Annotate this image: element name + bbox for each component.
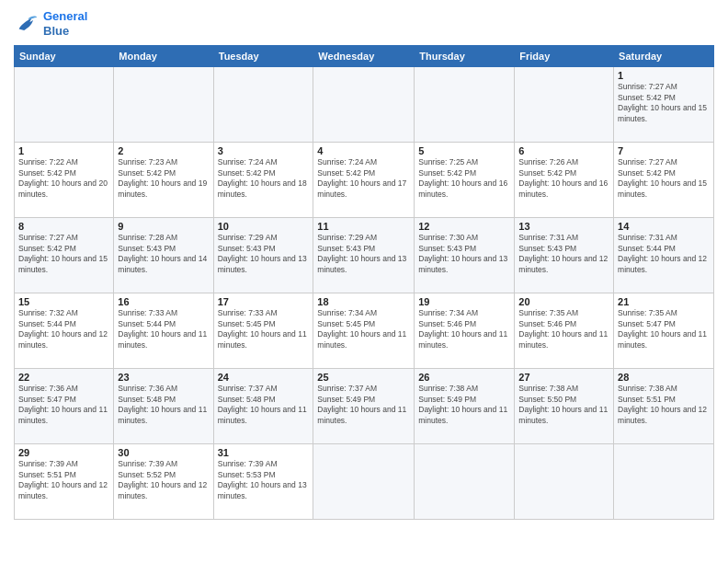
calendar-cell	[614, 444, 714, 520]
calendar-cell: 16 Sunrise: 7:33 AM Sunset: 5:44 PM Dayl…	[114, 293, 213, 369]
calendar-week-6: 29 Sunrise: 7:39 AM Sunset: 5:51 PM Dayl…	[15, 444, 714, 520]
day-info: Sunrise: 7:38 AM Sunset: 5:51 PM Dayligh…	[618, 384, 710, 426]
day-info: Sunrise: 7:28 AM Sunset: 5:43 PM Dayligh…	[118, 233, 209, 275]
day-info: Sunrise: 7:27 AM Sunset: 5:42 PM Dayligh…	[618, 82, 710, 124]
day-info: Sunrise: 7:27 AM Sunset: 5:42 PM Dayligh…	[18, 233, 109, 275]
day-info: Sunrise: 7:34 AM Sunset: 5:45 PM Dayligh…	[317, 308, 410, 350]
calendar-cell: 8 Sunrise: 7:27 AM Sunset: 5:42 PM Dayli…	[15, 218, 114, 293]
logo-text: General Blue	[43, 9, 87, 38]
calendar-cell: 15 Sunrise: 7:32 AM Sunset: 5:44 PM Dayl…	[15, 293, 114, 369]
day-number: 6	[518, 145, 609, 156]
calendar-cell	[15, 67, 114, 143]
calendar-cell: 29 Sunrise: 7:39 AM Sunset: 5:51 PM Dayl…	[15, 444, 114, 520]
day-info: Sunrise: 7:31 AM Sunset: 5:43 PM Dayligh…	[518, 233, 609, 275]
calendar-week-2: 1 Sunrise: 7:22 AM Sunset: 5:42 PM Dayli…	[15, 143, 714, 218]
day-info: Sunrise: 7:27 AM Sunset: 5:42 PM Dayligh…	[618, 157, 710, 200]
calendar-cell: 26 Sunrise: 7:38 AM Sunset: 5:49 PM Dayl…	[415, 369, 515, 444]
calendar-cell: 1 Sunrise: 7:27 AM Sunset: 5:42 PM Dayli…	[614, 67, 714, 143]
day-header-wednesday: Wednesday	[313, 46, 415, 67]
calendar-table: SundayMondayTuesdayWednesdayThursdayFrid…	[14, 45, 714, 520]
calendar-cell	[114, 67, 213, 143]
calendar-cell: 1 Sunrise: 7:22 AM Sunset: 5:42 PM Dayli…	[15, 143, 114, 218]
day-number: 26	[418, 372, 510, 383]
day-number: 11	[317, 221, 410, 232]
logo-icon	[14, 11, 40, 37]
calendar-week-1: 1 Sunrise: 7:27 AM Sunset: 5:42 PM Dayli…	[15, 67, 714, 143]
calendar-cell: 25 Sunrise: 7:37 AM Sunset: 5:49 PM Dayl…	[313, 369, 415, 444]
day-info: Sunrise: 7:39 AM Sunset: 5:53 PM Dayligh…	[218, 459, 310, 501]
calendar-cell: 23 Sunrise: 7:36 AM Sunset: 5:48 PM Dayl…	[114, 369, 213, 444]
day-header-monday: Monday	[114, 46, 213, 67]
calendar-body: 1 Sunrise: 7:27 AM Sunset: 5:42 PM Dayli…	[15, 67, 714, 520]
calendar-cell: 30 Sunrise: 7:39 AM Sunset: 5:52 PM Dayl…	[114, 444, 213, 520]
day-number: 19	[418, 296, 510, 307]
day-info: Sunrise: 7:24 AM Sunset: 5:42 PM Dayligh…	[317, 157, 410, 200]
day-info: Sunrise: 7:29 AM Sunset: 5:43 PM Dayligh…	[317, 233, 410, 275]
day-info: Sunrise: 7:25 AM Sunset: 5:42 PM Dayligh…	[418, 157, 510, 200]
calendar-page: General Blue SundayMondayTuesdayWednesda…	[0, 0, 728, 563]
calendar-cell: 24 Sunrise: 7:37 AM Sunset: 5:48 PM Dayl…	[213, 369, 313, 444]
day-number: 17	[218, 296, 310, 307]
calendar-cell	[415, 444, 515, 520]
day-header-sunday: Sunday	[15, 46, 114, 67]
day-info: Sunrise: 7:36 AM Sunset: 5:48 PM Dayligh…	[118, 384, 209, 426]
day-number: 12	[418, 221, 510, 232]
day-info: Sunrise: 7:30 AM Sunset: 5:43 PM Dayligh…	[418, 233, 510, 275]
day-info: Sunrise: 7:37 AM Sunset: 5:48 PM Dayligh…	[218, 384, 310, 426]
day-number: 29	[18, 447, 109, 458]
day-number: 16	[118, 296, 209, 307]
day-number: 5	[418, 145, 510, 156]
calendar-header-row: SundayMondayTuesdayWednesdayThursdayFrid…	[15, 46, 714, 67]
day-info: Sunrise: 7:36 AM Sunset: 5:47 PM Dayligh…	[18, 384, 109, 426]
calendar-cell: 17 Sunrise: 7:33 AM Sunset: 5:45 PM Dayl…	[213, 293, 313, 369]
day-number: 10	[218, 221, 310, 232]
day-info: Sunrise: 7:33 AM Sunset: 5:44 PM Dayligh…	[118, 308, 209, 350]
day-info: Sunrise: 7:31 AM Sunset: 5:44 PM Dayligh…	[618, 233, 710, 275]
day-info: Sunrise: 7:29 AM Sunset: 5:43 PM Dayligh…	[218, 233, 310, 275]
day-info: Sunrise: 7:35 AM Sunset: 5:47 PM Dayligh…	[618, 308, 710, 350]
day-info: Sunrise: 7:39 AM Sunset: 5:52 PM Dayligh…	[118, 459, 209, 501]
day-header-saturday: Saturday	[614, 46, 714, 67]
day-info: Sunrise: 7:33 AM Sunset: 5:45 PM Dayligh…	[218, 308, 310, 350]
day-info: Sunrise: 7:22 AM Sunset: 5:42 PM Dayligh…	[18, 157, 109, 200]
calendar-cell: 12 Sunrise: 7:30 AM Sunset: 5:43 PM Dayl…	[415, 218, 515, 293]
day-number: 9	[118, 221, 209, 232]
day-info: Sunrise: 7:39 AM Sunset: 5:51 PM Dayligh…	[18, 459, 109, 501]
day-number: 7	[618, 145, 710, 156]
calendar-cell: 7 Sunrise: 7:27 AM Sunset: 5:42 PM Dayli…	[614, 143, 714, 218]
day-number: 15	[18, 296, 109, 307]
calendar-cell: 4 Sunrise: 7:24 AM Sunset: 5:42 PM Dayli…	[313, 143, 415, 218]
day-number: 25	[317, 372, 410, 383]
day-number: 28	[618, 372, 710, 383]
calendar-cell: 10 Sunrise: 7:29 AM Sunset: 5:43 PM Dayl…	[213, 218, 313, 293]
calendar-cell: 5 Sunrise: 7:25 AM Sunset: 5:42 PM Dayli…	[415, 143, 515, 218]
calendar-cell: 18 Sunrise: 7:34 AM Sunset: 5:45 PM Dayl…	[313, 293, 415, 369]
calendar-cell	[313, 67, 415, 143]
calendar-week-3: 8 Sunrise: 7:27 AM Sunset: 5:42 PM Dayli…	[15, 218, 714, 293]
calendar-cell	[313, 444, 415, 520]
day-info: Sunrise: 7:38 AM Sunset: 5:49 PM Dayligh…	[418, 384, 510, 426]
day-number: 23	[118, 372, 209, 383]
day-number: 1	[18, 145, 109, 156]
calendar-cell: 14 Sunrise: 7:31 AM Sunset: 5:44 PM Dayl…	[614, 218, 714, 293]
calendar-cell: 6 Sunrise: 7:26 AM Sunset: 5:42 PM Dayli…	[515, 143, 614, 218]
day-number: 14	[618, 221, 710, 232]
day-number: 2	[118, 145, 209, 156]
day-number: 1	[618, 70, 710, 81]
day-number: 3	[218, 145, 310, 156]
day-header-tuesday: Tuesday	[213, 46, 313, 67]
calendar-cell: 11 Sunrise: 7:29 AM Sunset: 5:43 PM Dayl…	[313, 218, 415, 293]
day-number: 4	[317, 145, 410, 156]
day-info: Sunrise: 7:35 AM Sunset: 5:46 PM Dayligh…	[518, 308, 609, 350]
day-number: 21	[618, 296, 710, 307]
calendar-cell: 13 Sunrise: 7:31 AM Sunset: 5:43 PM Dayl…	[515, 218, 614, 293]
day-number: 24	[218, 372, 310, 383]
calendar-cell: 31 Sunrise: 7:39 AM Sunset: 5:53 PM Dayl…	[213, 444, 313, 520]
day-info: Sunrise: 7:24 AM Sunset: 5:42 PM Dayligh…	[218, 157, 310, 200]
day-number: 18	[317, 296, 410, 307]
calendar-cell	[213, 67, 313, 143]
day-info: Sunrise: 7:32 AM Sunset: 5:44 PM Dayligh…	[18, 308, 109, 350]
logo: General Blue	[14, 9, 87, 38]
calendar-cell: 2 Sunrise: 7:23 AM Sunset: 5:42 PM Dayli…	[114, 143, 213, 218]
day-number: 20	[518, 296, 609, 307]
